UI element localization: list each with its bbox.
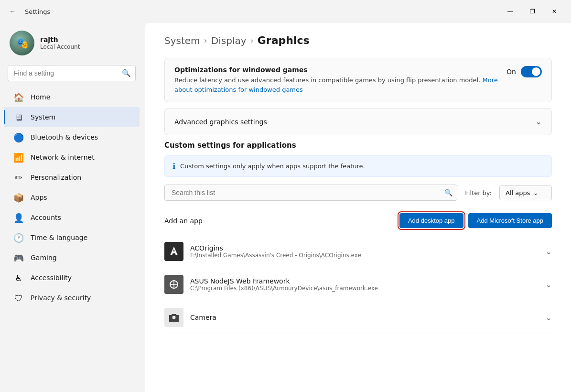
windowed-games-right: On [506, 66, 542, 77]
filter-label: Filter by: [465, 189, 492, 196]
sidebar-item-accessibility[interactable]: ♿ Accessibility [4, 268, 140, 288]
sidebar-item-label: Privacy & security [31, 294, 91, 302]
asus-nodejs-path: C:\Program Files (x86)\ASUS\ArmouryDevic… [190, 285, 539, 292]
sidebar-item-label: Apps [31, 194, 47, 201]
asus-nodejs-name: ASUS NodeJS Web Framework [190, 277, 539, 285]
camera-name: Camera [190, 314, 539, 321]
maximize-button[interactable]: ❐ [521, 4, 543, 19]
sidebar-item-label: Personalization [31, 174, 81, 181]
close-button[interactable]: ✕ [543, 4, 565, 19]
filter-value: All apps [506, 189, 530, 196]
filter-chevron: ⌄ [533, 189, 539, 196]
add-microsoft-store-app-button[interactable]: Add Microsoft Store app [468, 213, 552, 228]
avatar: 🎭 [10, 31, 34, 55]
search-input[interactable] [8, 65, 136, 81]
bluetooth-icon: 🔵 [13, 132, 24, 142]
back-button[interactable]: ← [6, 5, 19, 18]
breadcrumb-current: Graphics [258, 34, 310, 46]
toggle-label: On [506, 68, 516, 76]
personalization-icon: ✏️ [13, 172, 24, 183]
sidebar-item-label: Gaming [31, 254, 57, 261]
sidebar-item-home[interactable]: 🏠 Home [4, 87, 140, 107]
filter-select[interactable]: All apps ⌄ [499, 185, 552, 200]
list-search-input[interactable] [164, 185, 457, 201]
sidebar-item-label: Network & internet [31, 153, 95, 161]
custom-settings-title: Custom settings for applications [164, 141, 552, 150]
windowed-games-left: Optimizations for windowed games Reduce … [174, 66, 499, 94]
info-text: Custom settings only apply when apps sup… [180, 163, 365, 170]
sidebar-item-network[interactable]: 📶 Network & internet [4, 147, 140, 167]
search-icon[interactable]: 🔍 [122, 69, 131, 77]
minimize-button[interactable]: — [499, 4, 521, 19]
windowed-games-toggle[interactable] [521, 66, 542, 77]
search-box: 🔍 [8, 65, 136, 81]
acorigins-path: F:\Installed Games\Assassin's Creed - Or… [190, 252, 539, 259]
acorigins-icon [164, 242, 183, 261]
breadcrumb-system[interactable]: System [164, 35, 200, 46]
gaming-icon: 🎮 [13, 252, 24, 263]
camera-icon [164, 308, 183, 327]
sidebar-item-system[interactable]: 🖥 System [4, 107, 140, 127]
advanced-graphics-accordion: Advanced graphics settings ⌄ [164, 108, 552, 135]
search-filter-row: 🔍 Filter by: All apps ⌄ [164, 185, 552, 201]
window-controls: — ❐ ✕ [499, 4, 565, 19]
user-section: 🎭 rajth Local Account [0, 23, 143, 65]
sidebar-item-label: System [31, 113, 55, 121]
add-app-row: Add an app Add desktop app Add Microsoft… [164, 207, 552, 235]
user-type: Local Account [40, 44, 80, 50]
info-box: ℹ Custom settings only apply when apps s… [164, 155, 552, 177]
avatar-image: 🎭 [10, 31, 34, 55]
sidebar-item-apps[interactable]: 📦 Apps [4, 187, 140, 207]
list-search-icon: 🔍 [444, 189, 452, 196]
asus-nodejs-info: ASUS NodeJS Web Framework C:\Program Fil… [190, 277, 539, 292]
windowed-games-section: Optimizations for windowed games Reduce … [164, 58, 552, 102]
breadcrumb-display[interactable]: Display [211, 35, 247, 46]
app-item[interactable]: Camera ⌄ [164, 301, 552, 334]
sidebar-item-label: Accounts [31, 214, 61, 221]
asus-nodejs-icon [164, 275, 183, 294]
apps-icon: 📦 [13, 192, 24, 203]
acorigins-name: ACOrigins [190, 244, 539, 252]
sidebar-item-label: Home [31, 93, 50, 101]
sidebar-item-gaming[interactable]: 🎮 Gaming [4, 248, 140, 268]
sidebar-item-accounts[interactable]: 👤 Accounts [4, 207, 140, 228]
sidebar-item-label: Bluetooth & devices [31, 133, 98, 141]
camera-info: Camera [190, 314, 539, 321]
list-search-box: 🔍 [164, 185, 457, 201]
advanced-graphics-header[interactable]: Advanced graphics settings ⌄ [165, 109, 551, 135]
acorigins-info: ACOrigins F:\Installed Games\Assassin's … [190, 244, 539, 259]
home-icon: 🏠 [13, 92, 24, 102]
breadcrumb-sep-1: › [204, 35, 207, 45]
app-title: Settings [25, 8, 50, 15]
info-icon: ℹ [172, 162, 175, 171]
sidebar: 🎭 rajth Local Account 🔍 🏠 Home 🖥 System … [0, 23, 143, 392]
add-buttons: Add desktop app Add Microsoft Store app [399, 213, 552, 228]
windowed-games-desc-text: Reduce latency and use advanced features… [174, 76, 480, 84]
system-icon: 🖥 [13, 112, 24, 122]
app-list: ACOrigins F:\Installed Games\Assassin's … [164, 235, 552, 334]
breadcrumb: System › Display › Graphics [164, 34, 552, 46]
sidebar-item-personalization[interactable]: ✏️ Personalization [4, 167, 140, 187]
app-body: 🎭 rajth Local Account 🔍 🏠 Home 🖥 System … [0, 23, 571, 392]
asus-nodejs-chevron: ⌄ [546, 280, 552, 289]
accessibility-icon: ♿ [13, 272, 24, 283]
advanced-graphics-title: Advanced graphics settings [174, 118, 267, 126]
user-name: rajth [40, 36, 80, 44]
privacy-icon: 🛡 [13, 293, 24, 303]
add-desktop-app-button[interactable]: Add desktop app [399, 213, 463, 228]
user-info: rajth Local Account [40, 36, 80, 50]
acorigins-chevron: ⌄ [546, 247, 552, 256]
camera-chevron: ⌄ [546, 313, 552, 322]
sidebar-item-privacy[interactable]: 🛡 Privacy & security [4, 288, 140, 308]
advanced-graphics-chevron: ⌄ [536, 117, 542, 126]
sidebar-item-bluetooth[interactable]: 🔵 Bluetooth & devices [4, 127, 140, 147]
accounts-icon: 👤 [13, 212, 24, 223]
windowed-games-title: Optimizations for windowed games [174, 66, 499, 74]
sidebar-item-label: Time & language [31, 234, 87, 241]
add-app-label: Add an app [164, 217, 203, 225]
breadcrumb-sep-2: › [250, 35, 254, 45]
sidebar-item-time[interactable]: 🕐 Time & language [4, 228, 140, 248]
app-item[interactable]: ASUS NodeJS Web Framework C:\Program Fil… [164, 268, 552, 301]
app-item[interactable]: ACOrigins F:\Installed Games\Assassin's … [164, 235, 552, 268]
windowed-games-header: Optimizations for windowed games Reduce … [174, 66, 542, 94]
